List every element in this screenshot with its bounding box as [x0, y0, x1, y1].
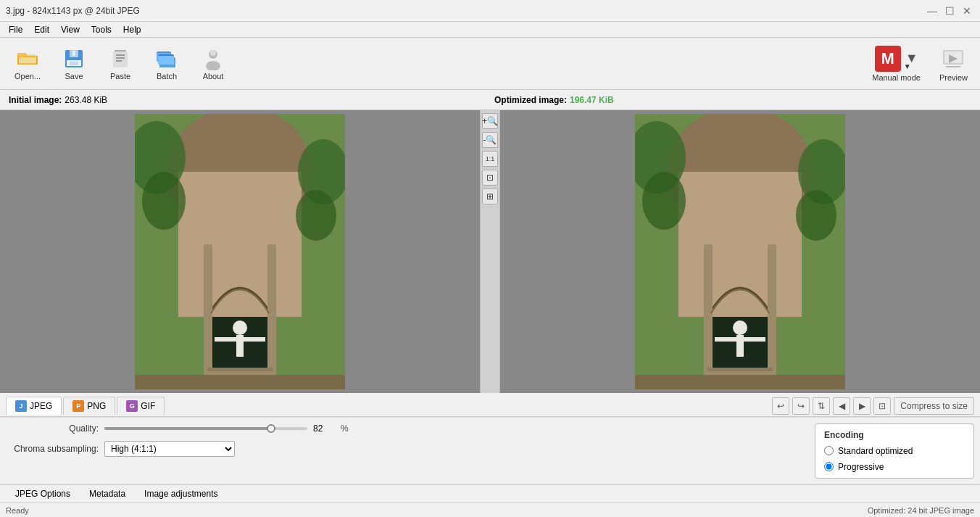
image-panel-right[interactable]	[500, 110, 980, 393]
zoom-out-button[interactable]: -🔍	[482, 132, 498, 148]
menu-file[interactable]: File	[3, 23, 28, 36]
batch-icon	[155, 47, 178, 70]
compress-icon-button[interactable]: ⊡	[873, 397, 891, 415]
svg-rect-13	[113, 51, 128, 67]
tab-png-label: PNG	[87, 401, 106, 411]
open-button[interactable]: Open...	[6, 41, 49, 87]
tab-gif-label: GIF	[141, 401, 155, 411]
zoom-in-button[interactable]: +🔍	[482, 113, 498, 129]
initial-image	[135, 114, 345, 389]
chroma-row: Chroma subsampling: High (4:1:1) Medium …	[12, 441, 803, 457]
optimized-image-info: Optimized image: 196.47 KiB	[486, 95, 971, 105]
menu-tools[interactable]: Tools	[86, 23, 117, 36]
tab-jpeg[interactable]: J JPEG	[6, 397, 62, 415]
svg-point-60	[796, 190, 836, 241]
svg-rect-22	[158, 56, 174, 65]
actual-size-button[interactable]: 1:1	[482, 151, 498, 167]
quality-row: Quality: 82 %	[12, 423, 803, 434]
svg-rect-51	[704, 244, 713, 375]
menu-help[interactable]: Help	[117, 23, 147, 36]
flip-button[interactable]: ⇅	[813, 397, 830, 415]
image-panel-left[interactable]	[0, 110, 480, 393]
undo-button[interactable]: ↩	[772, 397, 789, 415]
svg-rect-46	[207, 368, 273, 371]
maximize-button[interactable]: ☐	[942, 4, 957, 18]
encoding-title: Encoding	[824, 430, 965, 440]
tab-gif[interactable]: G GIF	[117, 397, 165, 415]
quality-slider[interactable]	[104, 427, 307, 430]
close-button[interactable]: ✕	[960, 4, 974, 18]
tab-jpeg-options[interactable]: JPEG Options	[6, 485, 80, 502]
svg-rect-9	[72, 51, 75, 56]
quality-slider-fill	[104, 427, 271, 430]
open-icon	[16, 47, 39, 70]
svg-rect-6	[19, 54, 36, 65]
svg-rect-11	[70, 62, 78, 65]
svg-point-53	[733, 320, 747, 335]
svg-point-42	[142, 172, 186, 230]
svg-rect-29	[946, 66, 960, 67]
svg-rect-62	[704, 371, 776, 375]
standard-radio[interactable]	[824, 446, 834, 455]
tab-png[interactable]: P PNG	[63, 397, 115, 415]
manual-mode-button[interactable]: M ▼ Manual mode	[865, 42, 927, 86]
svg-rect-32	[178, 172, 302, 317]
compress-to-size-label: Compress to size	[900, 401, 968, 411]
initial-size: 263.48 KiB	[65, 95, 107, 105]
tab-image-adjustments[interactable]: Image adjustments	[135, 485, 227, 502]
menu-edit[interactable]: Edit	[28, 23, 55, 36]
save-button[interactable]: Save	[52, 41, 96, 87]
about-button[interactable]: About	[191, 41, 235, 87]
fit-view-button[interactable]: ⊡	[482, 170, 498, 186]
prev-button[interactable]: ◀	[833, 397, 850, 415]
minimize-button[interactable]: —	[925, 4, 939, 18]
preview-button[interactable]: Preview	[933, 42, 974, 86]
chroma-select[interactable]: High (4:1:1) Medium (4:2:0) None (4:4:4)	[104, 441, 235, 457]
svg-rect-56	[740, 337, 765, 342]
svg-rect-15	[116, 57, 125, 59]
bottom-controls-right: ↩ ↪ ⇅ ◀ ▶ ⊡ Compress to size	[772, 397, 974, 415]
svg-point-59	[642, 172, 686, 230]
standard-label: Standard optimized	[838, 446, 913, 456]
tab-metadata[interactable]: Metadata	[80, 485, 135, 502]
png-tab-icon: P	[72, 400, 84, 412]
initial-image-info: Initial image: 263.48 KiB	[9, 95, 486, 105]
initial-label: Initial image:	[9, 95, 62, 105]
image-arch-left	[135, 114, 345, 389]
preview-label: Preview	[939, 73, 968, 82]
menu-view[interactable]: View	[55, 23, 86, 36]
svg-point-25	[210, 50, 216, 56]
preview-icon	[940, 46, 966, 72]
status-left: Ready	[6, 506, 29, 515]
about-icon	[202, 47, 225, 70]
batch-label: Batch	[157, 72, 177, 80]
svg-rect-39	[240, 337, 265, 342]
batch-button[interactable]: Batch	[145, 41, 188, 87]
optimized-image	[635, 114, 845, 389]
redo-button[interactable]: ↪	[792, 397, 810, 415]
svg-rect-14	[116, 54, 125, 56]
split-view-button[interactable]: ⊞	[482, 189, 498, 204]
encoding-section: Encoding Standard optimized Progressive	[815, 423, 974, 479]
progressive-radio[interactable]	[824, 462, 834, 471]
quality-value: 82	[313, 423, 335, 434]
compress-to-size-button[interactable]: Compress to size	[894, 397, 974, 415]
svg-point-43	[296, 190, 336, 241]
next-button[interactable]: ▶	[853, 397, 871, 415]
progressive-label: Progressive	[838, 462, 884, 472]
quality-slider-thumb	[267, 424, 275, 433]
title-bar: 3.jpg - 824x1143 px @ 24bit JPEG — ☐ ✕	[0, 0, 980, 22]
paste-button[interactable]: Paste	[99, 41, 142, 87]
svg-rect-44	[135, 375, 345, 389]
window-controls: — ☐ ✕	[925, 4, 974, 18]
toolbar: Open... Save Paste	[0, 38, 980, 90]
bottom-section: J JPEG P PNG G GIF ↩ ↪ ⇅ ◀ ▶ ⊡ Compress …	[0, 393, 980, 517]
svg-point-24	[206, 61, 220, 70]
svg-rect-35	[267, 244, 276, 375]
quality-percent: %	[341, 423, 349, 434]
optimized-label: Optimized image:	[494, 95, 567, 105]
chroma-label: Chroma subsampling:	[12, 444, 99, 454]
svg-rect-38	[215, 337, 240, 342]
options-area: Quality: 82 % Chroma subsampling: High (…	[0, 417, 980, 484]
toolbar-right: M ▼ Manual mode Preview	[865, 42, 974, 86]
